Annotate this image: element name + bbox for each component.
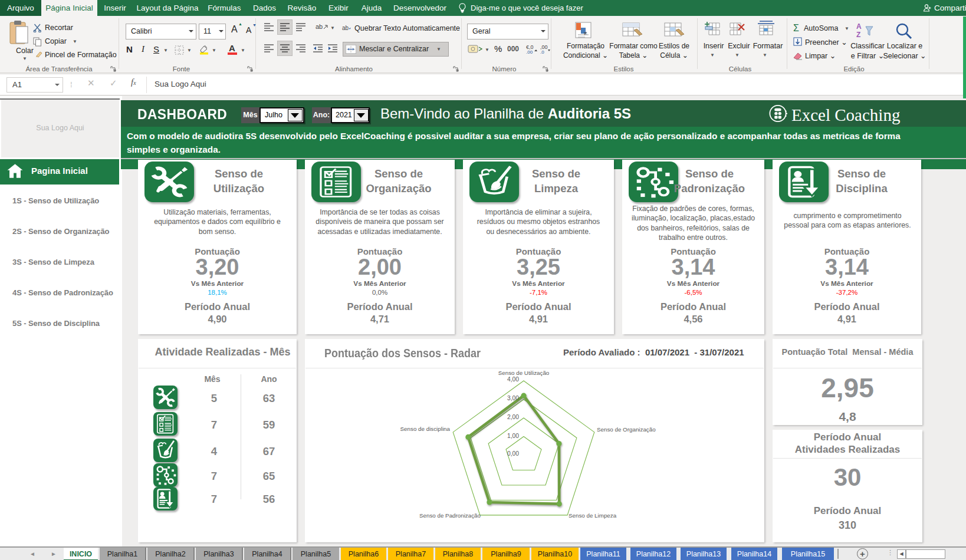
svg-text:4,00: 4,00 <box>507 376 519 383</box>
svg-text:Senso de Limpeza: Senso de Limpeza <box>569 512 617 519</box>
svg-text:Senso de Padronização: Senso de Padronização <box>419 512 481 519</box>
svg-text:Senso de Utilização: Senso de Utilização <box>498 370 550 376</box>
svg-text:Senso de disciplina: Senso de disciplina <box>400 426 451 432</box>
svg-text:≠: ≠ <box>584 30 587 37</box>
svg-text:.0: .0 <box>540 50 544 54</box>
svg-text:0,00: 0,00 <box>507 450 519 457</box>
svg-text:Z: Z <box>856 31 860 39</box>
svg-text:ab: ab <box>342 25 349 31</box>
svg-text:2,00: 2,00 <box>507 414 519 420</box>
svg-text:A: A <box>856 22 862 31</box>
svg-text:3,00: 3,00 <box>507 395 519 401</box>
svg-text:Senso de Organização: Senso de Organização <box>597 426 656 433</box>
svg-text:.00: .00 <box>526 50 533 54</box>
svg-text:1,00: 1,00 <box>507 433 519 439</box>
svg-text:ab: ab <box>316 23 323 30</box>
